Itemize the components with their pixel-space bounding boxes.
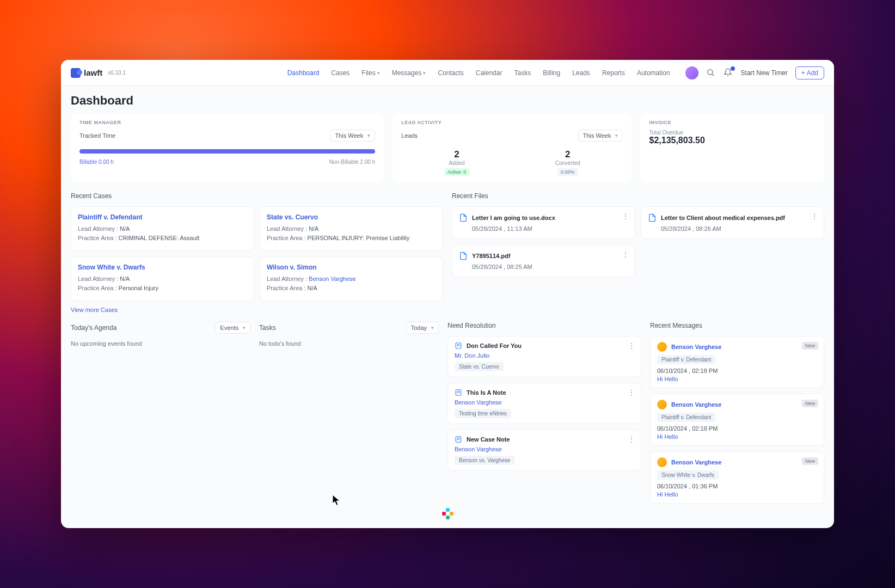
attorney-link[interactable]: Benson Varghese	[309, 275, 356, 282]
lead-activity-panel: LEAD ACTIVITY Leads This Week▾ 2 Added A…	[393, 113, 632, 182]
message-case-tag: Plaintiff v. Defendant	[657, 413, 715, 422]
nav-calendar[interactable]: Calendar	[476, 69, 502, 77]
file-card[interactable]: Letter I am going to use.docx 05/28/2024…	[452, 206, 635, 239]
agenda-title: Today's Agenda	[71, 324, 117, 332]
nav-reports[interactable]: Reports	[602, 69, 625, 77]
file-name-link[interactable]: Letter I am going to use.docx	[472, 215, 555, 221]
nav-dashboard[interactable]: Dashboard	[287, 69, 320, 77]
file-card[interactable]: Letter to Client about medical expenses.…	[641, 206, 824, 239]
search-icon[interactable]	[706, 68, 716, 78]
file-name-link[interactable]: Letter to Client about medical expenses.…	[661, 215, 785, 221]
leads-label: Leads	[401, 132, 418, 139]
time-legend: Billable 0.00 h Non-Billable 2.00 h	[79, 159, 375, 165]
time-range-dropdown[interactable]: This Week▾	[330, 130, 375, 142]
case-area: Practice Area : PERSONAL INJURY: Premise…	[267, 235, 436, 241]
case-title-link[interactable]: Plaintiff v. Defendant	[78, 213, 247, 221]
tasks-range-dropdown[interactable]: Today▾	[406, 322, 439, 334]
time-progress-bar	[79, 149, 375, 154]
notification-badge	[731, 66, 735, 71]
lead-activity-label: LEAD ACTIVITY	[401, 120, 623, 125]
more-icon[interactable]: ⋮	[628, 389, 635, 396]
message-preview-link[interactable]: Hi Hello	[657, 433, 817, 440]
time-manager-panel: TIME MANAGER Tracked Time This Week▾ Bil…	[71, 113, 384, 182]
nav-messages[interactable]: Messages▾	[392, 69, 426, 77]
slack-icon[interactable]	[440, 506, 455, 520]
recent-files-panel: Recent Files Letter I am going to use.do…	[452, 192, 824, 313]
nav-automation[interactable]: Automation	[637, 69, 670, 77]
nav-files[interactable]: Files▾	[361, 69, 379, 77]
message-preview-link[interactable]: Hi Hello	[657, 376, 817, 382]
start-timer-button[interactable]: Start New Timer	[741, 69, 788, 77]
message-item[interactable]: Benson Varghese New Plaintiff v. Defenda…	[650, 394, 824, 446]
case-attorney: Lead Attorney : Benson Varghese	[267, 275, 436, 282]
svg-line-1	[712, 74, 714, 76]
case-attorney: Lead Attorney : N/A	[78, 275, 247, 282]
case-attorney: Lead Attorney : N/A	[78, 225, 247, 232]
tasks-title: Tasks	[259, 324, 276, 332]
message-item[interactable]: Benson Varghese New Snow White v. Dwarfs…	[650, 451, 824, 504]
note-icon	[455, 342, 462, 350]
case-area: Practice Area : N/A	[267, 285, 436, 291]
resolution-subject: Don Called For You	[467, 342, 522, 349]
case-title-link[interactable]: State vs. Cuervo	[267, 213, 436, 221]
new-badge: New	[802, 400, 818, 407]
main-nav: Dashboard Cases Files▾ Messages▾ Contact…	[287, 69, 670, 77]
chevron-down-icon: ▾	[367, 133, 370, 138]
message-case-tag: Snow White v. Dwarfs	[657, 470, 719, 480]
case-title-link[interactable]: Snow White v. Dwarfs	[78, 264, 247, 271]
nav-cases[interactable]: Cases	[331, 69, 350, 77]
more-icon[interactable]: ⋮	[628, 436, 635, 443]
more-icon[interactable]: ⋮	[622, 212, 629, 220]
file-card[interactable]: Y7895114.pdf 05/28/2024 , 08:25 AM ⋮	[452, 244, 635, 277]
messages-panel: Recent Messages Benson Varghese New Plai…	[650, 322, 824, 509]
file-name-link[interactable]: Y7895114.pdf	[472, 253, 510, 259]
tracked-time-label: Tracked Time	[79, 132, 115, 139]
message-sender-link[interactable]: Benson Varghese	[671, 459, 721, 465]
cursor-icon	[332, 494, 341, 506]
resolution-panel: Need Resolution Don Called For You Mr. D…	[448, 322, 641, 509]
nav-billing[interactable]: Billing	[543, 69, 560, 77]
nav-tasks[interactable]: Tasks	[514, 69, 531, 77]
lead-range-dropdown[interactable]: This Week▾	[578, 130, 623, 142]
view-more-cases-link[interactable]: View more Cases	[71, 307, 443, 313]
file-timestamp: 05/28/2024 , 08:25 AM	[472, 264, 628, 270]
resolution-person-link[interactable]: Mr. Don Julio	[455, 352, 634, 359]
case-card[interactable]: Snow White v. Dwarfs Lead Attorney : N/A…	[71, 256, 254, 301]
message-timestamp: 06/10/2024 , 01:36 PM	[657, 483, 817, 489]
resolution-item[interactable]: This Is A Note Benson Varghese Testing t…	[448, 383, 641, 424]
total-overdue-amount: $2,135,803.50	[649, 136, 816, 145]
new-badge: New	[802, 457, 818, 465]
case-attorney: Lead Attorney : N/A	[267, 225, 436, 232]
case-area: Practice Area : Personal Injury	[78, 285, 247, 291]
message-item[interactable]: Benson Varghese New Plaintiff v. Defenda…	[650, 336, 824, 388]
recent-cases-title: Recent Cases	[71, 192, 443, 200]
resolution-item[interactable]: Don Called For You Mr. Don Julio State v…	[448, 336, 641, 377]
more-icon[interactable]: ⋮	[622, 250, 629, 258]
message-sender-link[interactable]: Benson Varghese	[671, 344, 721, 350]
more-icon[interactable]: ⋮	[628, 342, 635, 350]
case-card[interactable]: State vs. Cuervo Lead Attorney : N/A Pra…	[260, 206, 443, 251]
agenda-range-dropdown[interactable]: Events▾	[215, 322, 250, 334]
more-icon[interactable]: ⋮	[811, 212, 818, 220]
resolution-subject: New Case Note	[467, 436, 510, 443]
message-preview-link[interactable]: Hi Hello	[657, 491, 817, 498]
case-title-link[interactable]: Wilson v. Simon	[267, 264, 436, 271]
user-avatar[interactable]	[685, 66, 698, 79]
case-card[interactable]: Plaintiff v. Defendant Lead Attorney : N…	[71, 206, 254, 251]
message-sender-link[interactable]: Benson Varghese	[671, 401, 721, 408]
avatar-icon	[657, 400, 667, 409]
invoice-label: INVOICE	[649, 120, 816, 125]
resolution-item[interactable]: New Case Note Benson Varghese Benson vs.…	[448, 430, 641, 471]
nav-contacts[interactable]: Contacts	[438, 69, 463, 77]
message-timestamp: 06/10/2024 , 02:18 PM	[657, 425, 817, 432]
resolution-person-link[interactable]: Benson Varghese	[455, 446, 634, 452]
plus-icon: +	[801, 69, 805, 77]
nav-leads[interactable]: Leads	[572, 69, 590, 77]
page-title: Dashboard	[71, 94, 824, 108]
recent-files-title: Recent Files	[452, 192, 824, 200]
bell-icon[interactable]	[724, 68, 733, 78]
case-card[interactable]: Wilson v. Simon Lead Attorney : Benson V…	[260, 256, 443, 301]
brand-name: lawft	[84, 68, 102, 77]
add-button[interactable]: +Add	[795, 66, 824, 79]
resolution-person-link[interactable]: Benson Varghese	[455, 399, 634, 406]
